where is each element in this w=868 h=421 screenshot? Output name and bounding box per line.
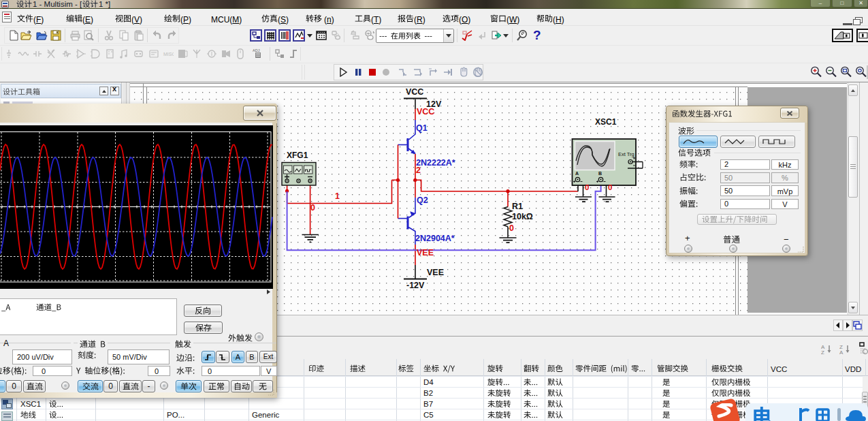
svg-text:Z: Z	[821, 349, 824, 356]
svg-text:A: A	[839, 349, 843, 356]
